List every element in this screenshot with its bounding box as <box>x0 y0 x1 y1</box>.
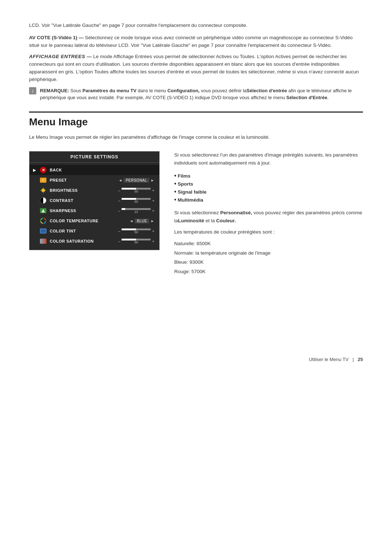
picture-settings-panel: PICTURE SETTINGS ▶ ✕ BACK ▶ P PRESET ◄ P… <box>29 151 160 250</box>
colortint-icon <box>40 227 47 235</box>
note-box: i REMARQUE: Sous Paramètres du menu TV d… <box>29 87 363 101</box>
note-text1: Sous Paramètres du menu TV dans le menu … <box>40 88 352 101</box>
personalise-text1: Si vous sélectionnez Personnalisé, vous … <box>174 210 362 223</box>
contrast-slider-area: 50 <box>122 198 151 203</box>
brightness-minus[interactable]: – <box>118 189 121 193</box>
sharpness-slider[interactable] <box>122 208 151 210</box>
colortint-slider[interactable] <box>122 228 151 230</box>
colortemp-right-arrow[interactable]: ► <box>151 219 154 223</box>
footer-page: 25 <box>358 357 363 362</box>
ps-row-sharpness[interactable]: ▶ SHARPNESS – 12 + <box>29 206 159 216</box>
sharpness-slider-area: 12 <box>122 208 151 214</box>
temp-rouge: Rouge: 5700K <box>174 268 363 276</box>
svg-rect-13 <box>41 229 46 233</box>
colortint-control: – 50 + <box>118 228 154 234</box>
ps-row-brightness[interactable]: ▶ BRIGHTNESS – 50 + <box>29 185 159 195</box>
note-label: REMARQUE: <box>40 88 69 93</box>
ps-colortemp-label: COLOR TEMPERATURE <box>50 219 127 223</box>
affichage-label: AFFICHAGE ENTREES — <box>29 54 92 59</box>
ps-row-colorsat[interactable]: ▶ COLOR SATURATION – 50 + <box>29 236 159 246</box>
colortemp-value: BLUE <box>135 219 149 223</box>
colorsat-icon <box>40 238 47 245</box>
preset-control: ◄ PERSONAL ► <box>119 178 154 183</box>
sharpness-control: – 12 + <box>118 208 154 214</box>
note-content: REMARQUE: Sous Paramètres du menu TV dan… <box>40 87 363 101</box>
colortemp-control: ◄ BLUE ► <box>130 219 154 223</box>
sharpness-minus[interactable]: – <box>118 209 121 213</box>
sharpness-icon <box>40 207 47 214</box>
preset-right-arrow[interactable]: ► <box>151 178 154 182</box>
ps-row-colortint[interactable]: ▶ COLOR TINT – 50 + <box>29 226 159 236</box>
sharpness-value: 12 <box>134 210 138 214</box>
ps-contrast-label: CONTRAST <box>50 198 115 203</box>
preset-value: PERSONAL <box>124 178 149 183</box>
contrast-slider[interactable] <box>122 198 151 200</box>
brightness-plus[interactable]: + <box>152 189 154 193</box>
intro-paragraph: LCD. Voir "Vue Latérale Gauche" en page … <box>29 22 363 29</box>
brightness-slider[interactable] <box>122 188 151 190</box>
ps-colorsat-label: COLOR SATURATION <box>50 239 115 243</box>
bullet-signal: Signal faible <box>174 188 363 196</box>
ps-back-label: BACK <box>50 168 154 172</box>
colorsat-slider[interactable] <box>122 239 151 240</box>
ps-preset-label: PRESET <box>50 178 116 182</box>
av-cote-label: AV COTE (S-Vidéo 1) — <box>29 35 83 40</box>
colortemp-icon <box>40 217 47 224</box>
temp-naturelle: Naturelle: 6500K <box>174 240 363 248</box>
colortint-minus[interactable]: – <box>118 229 121 233</box>
section-intro: Le Menu Image vous permet de régler les … <box>29 134 363 141</box>
temp-intro: Les températures de couleur préréglées s… <box>174 228 363 236</box>
svg-point-4 <box>41 189 45 192</box>
ps-brightness-label: BRIGHTNESS <box>50 188 115 193</box>
colortint-slider-area: 50 <box>122 228 151 234</box>
preset-bullet-list: Films Sports Signal faible Multimédia <box>174 172 363 204</box>
temp-bleue: Bleue: 9300K <box>174 258 363 266</box>
colortint-value: 50 <box>134 231 138 234</box>
note-icon: i <box>29 87 36 96</box>
bullet-films: Films <box>174 172 363 180</box>
back-icon: ✕ <box>40 166 47 174</box>
contrast-icon <box>40 197 47 204</box>
ps-selected-arrow: ▶ <box>33 168 36 173</box>
colorsat-plus[interactable]: + <box>152 239 154 243</box>
note-text3: . <box>327 95 329 100</box>
brightness-icon <box>40 187 47 194</box>
page-footer: Utiliser le Menu TV | 25 <box>309 357 363 362</box>
note-bold1: Sélection d'entrée <box>246 88 287 93</box>
ps-row-colortemp[interactable]: ▶ COLOR TEMPERATURE ◄ BLUE ► <box>29 216 159 226</box>
ps-row-contrast[interactable]: ▶ CONTRAST – 50 + <box>29 195 159 206</box>
affichage-section: AFFICHAGE ENTREES — Le mode Affichage En… <box>29 53 363 84</box>
right-column: Si vous sélectionnez l'un des paramètres… <box>174 151 363 277</box>
brightness-slider-area: 50 <box>122 188 151 193</box>
brightness-control: – 50 + <box>118 188 154 193</box>
note-bold2: Sélection d'Entrée <box>286 95 327 100</box>
ps-row-back[interactable]: ▶ ✕ BACK <box>29 165 159 175</box>
main-content: PICTURE SETTINGS ▶ ✕ BACK ▶ P PRESET ◄ P… <box>29 151 363 277</box>
right-intro: Si vous sélectionnez l'un des paramètres… <box>174 151 363 167</box>
av-cote-section: AV COTE (S-Vidéo 1) — Sélectionnez ce mo… <box>29 34 363 49</box>
svg-rect-14 <box>40 239 46 244</box>
personalise-para: Si vous sélectionnez Personnalisé, vous … <box>174 209 363 224</box>
section-title: Menu Image <box>29 112 363 128</box>
colortint-plus[interactable]: + <box>152 229 154 233</box>
colorsat-slider-area: 50 <box>122 239 151 244</box>
contrast-minus[interactable]: – <box>118 199 121 203</box>
colorsat-minus[interactable]: – <box>118 239 121 243</box>
preset-left-arrow[interactable]: ◄ <box>119 178 122 182</box>
contrast-control: – 50 + <box>118 198 154 203</box>
colorsat-value: 50 <box>134 241 138 244</box>
colorsat-control: – 50 + <box>118 239 154 244</box>
bullet-sports: Sports <box>174 180 363 188</box>
footer-text: Utiliser le Menu TV <box>309 357 349 362</box>
svg-text:P: P <box>42 179 44 182</box>
ps-colortint-label: COLOR TINT <box>50 229 115 233</box>
contrast-value: 50 <box>134 200 138 203</box>
sharpness-plus[interactable]: + <box>152 209 154 213</box>
colortemp-left-arrow[interactable]: ◄ <box>130 219 133 223</box>
temp-normale: Normale: la température originale de l'i… <box>174 249 363 257</box>
picture-settings-title: PICTURE SETTINGS <box>29 151 159 163</box>
brightness-value: 50 <box>134 190 138 193</box>
ps-row-preset[interactable]: ▶ P PRESET ◄ PERSONAL ► <box>29 175 159 185</box>
contrast-plus[interactable]: + <box>152 199 154 203</box>
ps-sharpness-label: SHARPNESS <box>50 208 115 213</box>
